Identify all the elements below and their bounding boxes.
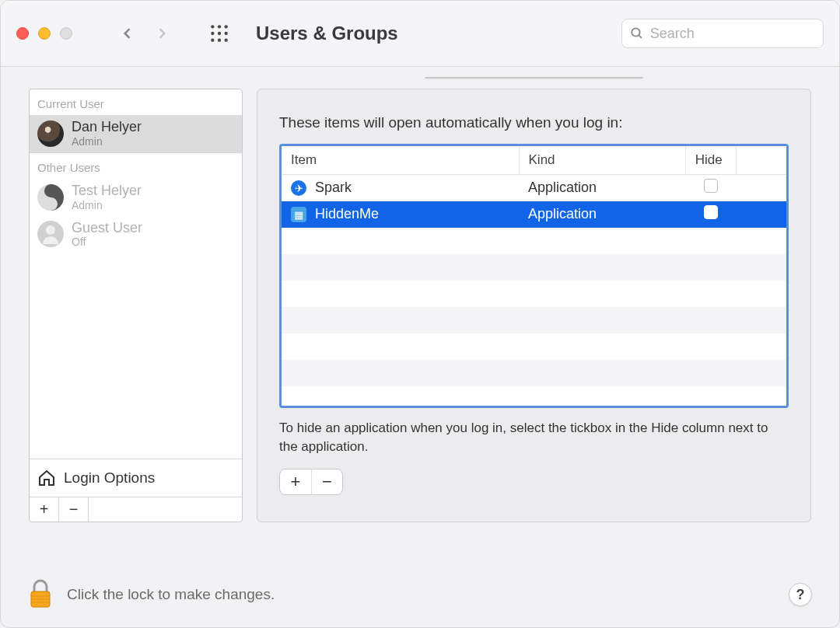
sidebar-user-guest[interactable]: Guest User Off xyxy=(30,216,242,253)
svg-point-0 xyxy=(211,25,214,28)
hide-checkbox[interactable] xyxy=(704,205,718,219)
minimize-window-button[interactable] xyxy=(38,27,51,40)
user-name: Test Helyer xyxy=(72,183,142,199)
search-input[interactable] xyxy=(650,26,815,42)
home-icon xyxy=(37,469,56,487)
col-kind[interactable]: Kind xyxy=(519,146,685,175)
user-name: Dan Helyer xyxy=(72,120,142,135)
table-row-empty xyxy=(282,386,786,409)
login-items-intro: These items will open automatically when… xyxy=(279,114,789,131)
grid-icon xyxy=(209,23,229,44)
svg-line-10 xyxy=(639,35,642,38)
sidebar-user-current[interactable]: Dan Helyer Admin xyxy=(30,115,242,152)
help-button[interactable]: ? xyxy=(789,583,812,606)
chevron-left-icon xyxy=(120,26,135,41)
col-hide[interactable]: Hide xyxy=(685,146,736,175)
app-icon: ▦ xyxy=(291,207,306,222)
item-name: Spark xyxy=(315,180,352,195)
table-row-empty xyxy=(282,228,786,254)
svg-point-1 xyxy=(218,25,221,28)
item-name: HiddenMe xyxy=(315,206,379,222)
table-row[interactable]: ▦ HiddenMe Application xyxy=(282,201,786,228)
svg-point-2 xyxy=(225,25,228,28)
tab-login-items[interactable]: Login Items xyxy=(527,78,642,78)
panel-body: These items will open automatically when… xyxy=(257,89,811,522)
user-name: Guest User xyxy=(72,221,142,236)
content: Current User Dan Helyer Admin Other User… xyxy=(1,67,839,538)
tab-password[interactable]: Password xyxy=(425,78,527,78)
user-role: Admin xyxy=(72,135,142,148)
forward-button[interactable] xyxy=(152,23,172,44)
sidebar-user-other[interactable]: Test Helyer Admin xyxy=(30,179,242,216)
show-all-button[interactable] xyxy=(209,23,229,44)
current-user-label: Current User xyxy=(30,89,242,115)
col-spacer xyxy=(736,146,786,175)
col-item[interactable]: Item xyxy=(282,146,519,175)
titlebar: Users & Groups xyxy=(1,1,839,67)
hide-checkbox[interactable] xyxy=(704,179,718,193)
search-icon xyxy=(630,26,644,41)
search-field[interactable] xyxy=(621,19,824,48)
add-login-item-button[interactable]: + xyxy=(280,469,311,494)
table-row-empty xyxy=(282,333,786,360)
hide-hint: To hide an application when you log in, … xyxy=(279,419,789,456)
other-users-label: Other Users xyxy=(30,153,242,179)
close-window-button[interactable] xyxy=(16,27,29,40)
svg-point-5 xyxy=(225,32,228,35)
lock-icon[interactable] xyxy=(28,579,53,610)
main-panel: Password Login Items These items will op… xyxy=(257,89,811,522)
avatar xyxy=(37,120,64,147)
svg-point-3 xyxy=(211,32,214,35)
sidebar-footer-spacer xyxy=(89,497,242,522)
svg-point-7 xyxy=(218,39,221,42)
user-role: Off xyxy=(72,236,142,248)
table-row-empty xyxy=(282,307,786,333)
table-row[interactable]: ✈ Spark Application xyxy=(282,175,786,201)
login-options-button[interactable]: Login Options xyxy=(30,459,242,497)
zoom-window-button[interactable] xyxy=(60,27,72,40)
login-items-table-frame: Item Kind Hide ✈ Spark Applicatio xyxy=(279,144,789,408)
table-row-empty xyxy=(282,281,786,307)
app-icon: ✈ xyxy=(291,180,306,196)
add-remove-bar: + − xyxy=(279,469,343,495)
svg-point-6 xyxy=(211,39,214,42)
back-button[interactable] xyxy=(117,23,138,44)
user-role: Admin xyxy=(72,199,142,211)
sidebar-footer: + − xyxy=(30,497,242,522)
lock-message: Click the lock to make changes. xyxy=(67,586,275,603)
table-header-row: Item Kind Hide xyxy=(282,146,786,175)
login-items-table: Item Kind Hide ✈ Spark Applicatio xyxy=(282,146,786,408)
tab-bar: Password Login Items xyxy=(425,77,644,78)
footer: Click the lock to make changes. ? xyxy=(0,561,840,628)
item-kind: Application xyxy=(519,201,685,228)
users-sidebar: Current User Dan Helyer Admin Other User… xyxy=(29,89,243,522)
avatar xyxy=(37,184,64,211)
table-row-empty xyxy=(282,360,786,386)
avatar xyxy=(37,221,64,247)
window-controls xyxy=(16,27,72,40)
table-row-empty xyxy=(282,254,786,281)
window-title: Users & Groups xyxy=(256,23,398,44)
svg-point-9 xyxy=(632,28,639,36)
svg-point-8 xyxy=(225,39,228,42)
add-user-button[interactable]: + xyxy=(30,497,59,522)
chevron-right-icon xyxy=(154,26,170,41)
remove-login-item-button[interactable]: − xyxy=(311,469,342,494)
login-options-label: Login Options xyxy=(64,469,155,487)
remove-user-button[interactable]: − xyxy=(59,497,89,522)
item-kind: Application xyxy=(519,175,685,201)
svg-point-4 xyxy=(218,32,221,35)
